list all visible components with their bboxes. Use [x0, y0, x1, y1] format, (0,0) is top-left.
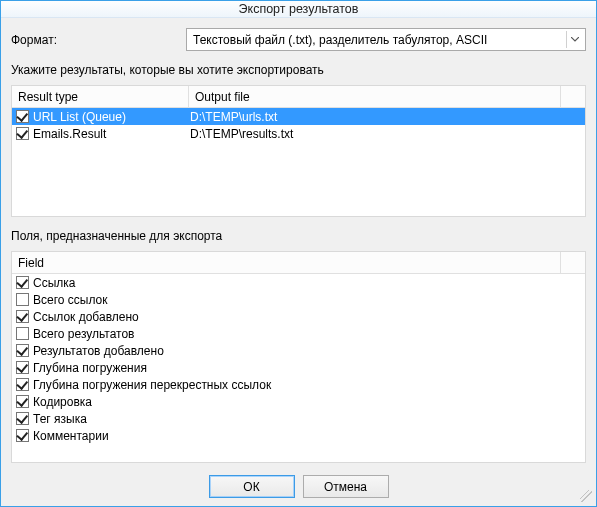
- fields-body: СсылкаВсего ссылокСсылок добавленоВсего …: [12, 274, 585, 462]
- field-label: Результатов добавлено: [33, 344, 164, 358]
- row-checkbox[interactable]: [16, 110, 29, 123]
- dialog-window: Экспорт результатов Формат: Текстовый фа…: [0, 0, 597, 507]
- window-title: Экспорт результатов: [239, 2, 359, 16]
- field-checkbox[interactable]: [16, 412, 29, 425]
- format-label: Формат:: [11, 33, 176, 47]
- field-label: Тег языка: [33, 412, 87, 426]
- field-checkbox[interactable]: [16, 293, 29, 306]
- list-item[interactable]: Кодировка: [12, 393, 585, 410]
- list-item[interactable]: Результатов добавлено: [12, 342, 585, 359]
- list-item[interactable]: Ссылка: [12, 274, 585, 291]
- row-checkbox[interactable]: [16, 127, 29, 140]
- result-file-cell: D:\TEMP\urls.txt: [186, 108, 585, 125]
- field-label: Глубина погружения перекрестных ссылок: [33, 378, 271, 392]
- cancel-button[interactable]: Отмена: [303, 475, 389, 498]
- result-type-label: Emails.Result: [33, 127, 106, 141]
- field-checkbox[interactable]: [16, 395, 29, 408]
- list-item[interactable]: Ссылок добавлено: [12, 308, 585, 325]
- fields-header-row: Field: [12, 252, 585, 274]
- list-item[interactable]: Глубина погружения: [12, 359, 585, 376]
- field-checkbox[interactable]: [16, 429, 29, 442]
- chevron-down-icon: [566, 31, 583, 48]
- table-row[interactable]: Emails.ResultD:\TEMP\results.txt: [12, 125, 585, 142]
- result-file-label: D:\TEMP\results.txt: [190, 127, 293, 141]
- format-selected-value: Текстовый файл (.txt), разделитель табул…: [193, 33, 487, 47]
- field-checkbox[interactable]: [16, 361, 29, 374]
- results-table: Result type Output file URL List (Queue)…: [11, 85, 586, 217]
- results-header-filler: [561, 86, 585, 108]
- list-item[interactable]: Всего результатов: [12, 325, 585, 342]
- field-checkbox[interactable]: [16, 378, 29, 391]
- fields-header[interactable]: Field: [12, 252, 561, 274]
- list-item[interactable]: Всего ссылок: [12, 291, 585, 308]
- fields-header-filler: [561, 252, 585, 274]
- fields-section-label: Поля, предназначенные для экспорта: [11, 229, 586, 243]
- field-label: Ссылок добавлено: [33, 310, 139, 324]
- list-item[interactable]: Комментарии: [12, 427, 585, 444]
- result-file-cell: D:\TEMP\results.txt: [186, 125, 585, 142]
- field-checkbox[interactable]: [16, 310, 29, 323]
- fields-table: Field СсылкаВсего ссылокСсылок добавлено…: [11, 251, 586, 463]
- result-type-label: URL List (Queue): [33, 110, 126, 124]
- table-row[interactable]: URL List (Queue)D:\TEMP\urls.txt: [12, 108, 585, 125]
- button-bar: ОК Отмена: [11, 471, 586, 498]
- ok-button[interactable]: ОК: [209, 475, 295, 498]
- field-checkbox[interactable]: [16, 344, 29, 357]
- results-section-label: Укажите результаты, которые вы хотите эк…: [11, 63, 586, 77]
- list-item[interactable]: Глубина погружения перекрестных ссылок: [12, 376, 585, 393]
- field-label: Комментарии: [33, 429, 109, 443]
- field-label: Глубина погружения: [33, 361, 147, 375]
- result-type-cell: URL List (Queue): [12, 108, 186, 125]
- result-file-label: D:\TEMP\urls.txt: [190, 110, 277, 124]
- field-label: Кодировка: [33, 395, 92, 409]
- titlebar: Экспорт результатов: [1, 1, 596, 18]
- results-header-type[interactable]: Result type: [12, 86, 189, 108]
- results-body: URL List (Queue)D:\TEMP\urls.txtEmails.R…: [12, 108, 585, 216]
- field-label: Всего ссылок: [33, 293, 107, 307]
- list-item[interactable]: Тег языка: [12, 410, 585, 427]
- field-label: Всего результатов: [33, 327, 134, 341]
- result-type-cell: Emails.Result: [12, 125, 186, 142]
- field-checkbox[interactable]: [16, 327, 29, 340]
- results-header-file[interactable]: Output file: [189, 86, 561, 108]
- field-checkbox[interactable]: [16, 276, 29, 289]
- dialog-body: Формат: Текстовый файл (.txt), разделите…: [1, 18, 596, 506]
- format-select[interactable]: Текстовый файл (.txt), разделитель табул…: [186, 28, 586, 51]
- resize-grip-icon[interactable]: [580, 490, 592, 502]
- format-row: Формат: Текстовый файл (.txt), разделите…: [11, 28, 586, 51]
- results-header-row: Result type Output file: [12, 86, 585, 108]
- field-label: Ссылка: [33, 276, 75, 290]
